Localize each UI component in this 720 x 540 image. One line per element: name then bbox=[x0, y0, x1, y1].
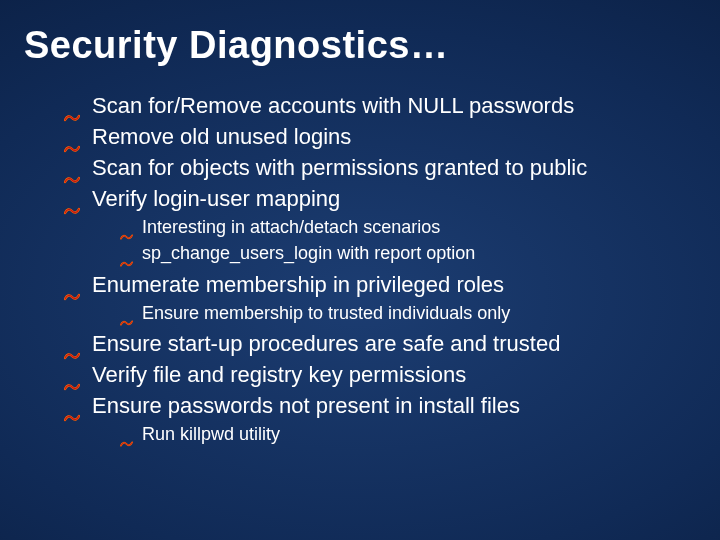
item-text: Scan for/Remove accounts with NULL passw… bbox=[92, 93, 574, 118]
item-text: Enumerate membership in privileged roles bbox=[92, 272, 504, 297]
bullet-icon bbox=[64, 280, 80, 309]
sub-list: Interesting in attach/detach scenarios s… bbox=[120, 215, 700, 266]
list-item: Verify file and registry key permissions bbox=[64, 360, 700, 389]
bullet-icon bbox=[120, 430, 133, 454]
list-item: Scan for objects with permissions grante… bbox=[64, 153, 700, 182]
list-item: Verify login-user mapping Interesting in… bbox=[64, 184, 700, 266]
item-text: Verify file and registry key permissions bbox=[92, 362, 466, 387]
bullet-list: Scan for/Remove accounts with NULL passw… bbox=[64, 91, 700, 446]
list-item: Interesting in attach/detach scenarios bbox=[120, 215, 700, 239]
item-text: Ensure start-up procedures are safe and … bbox=[92, 331, 560, 356]
list-item: Remove old unused logins bbox=[64, 122, 700, 151]
sub-list: Run killpwd utility bbox=[120, 422, 700, 446]
list-item: Run killpwd utility bbox=[120, 422, 700, 446]
list-item: Enumerate membership in privileged roles… bbox=[64, 270, 700, 325]
sub-list: Ensure membership to trusted individuals… bbox=[120, 301, 700, 325]
item-text: Scan for objects with permissions grante… bbox=[92, 155, 587, 180]
item-text: Ensure passwords not present in install … bbox=[92, 393, 520, 418]
item-text: Run killpwd utility bbox=[142, 424, 280, 444]
item-text: sp_change_users_login with report option bbox=[142, 243, 475, 263]
slide: Security Diagnostics… Scan for/Remove ac… bbox=[0, 0, 720, 540]
bullet-icon bbox=[64, 401, 80, 430]
list-item: Ensure start-up procedures are safe and … bbox=[64, 329, 700, 358]
slide-title: Security Diagnostics… bbox=[24, 24, 700, 67]
bullet-icon bbox=[64, 194, 80, 223]
item-text: Interesting in attach/detach scenarios bbox=[142, 217, 440, 237]
item-text: Ensure membership to trusted individuals… bbox=[142, 303, 510, 323]
list-item: Scan for/Remove accounts with NULL passw… bbox=[64, 91, 700, 120]
list-item: Ensure passwords not present in install … bbox=[64, 391, 700, 446]
item-text: Verify login-user mapping bbox=[92, 186, 340, 211]
list-item: sp_change_users_login with report option bbox=[120, 241, 700, 265]
item-text: Remove old unused logins bbox=[92, 124, 351, 149]
list-item: Ensure membership to trusted individuals… bbox=[120, 301, 700, 325]
